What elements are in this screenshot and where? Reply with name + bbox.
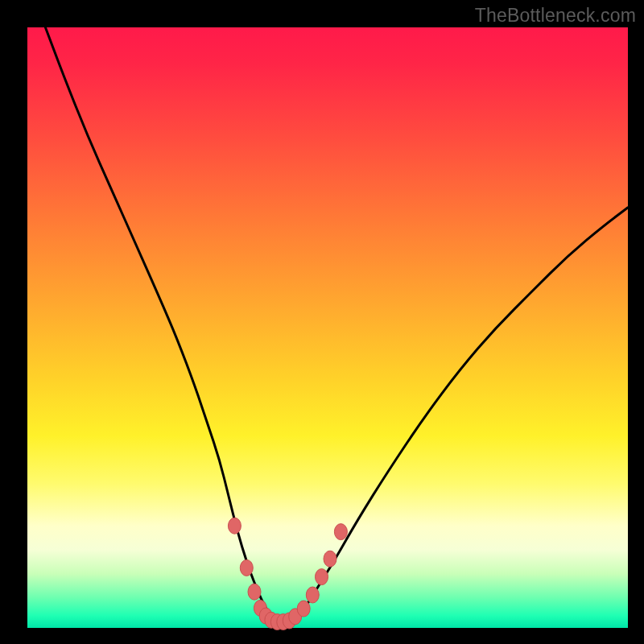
curve-dot bbox=[324, 551, 336, 567]
chart-frame: TheBottleneck.com bbox=[0, 0, 644, 644]
curve-dot bbox=[228, 518, 241, 534]
plot-area bbox=[27, 27, 628, 628]
curve-dots bbox=[228, 518, 347, 630]
curve-dot bbox=[316, 569, 328, 585]
curve-dot bbox=[334, 524, 347, 540]
curve-dot bbox=[240, 559, 253, 576]
watermark-text: TheBottleneck.com bbox=[475, 5, 636, 27]
curve-dot bbox=[306, 587, 319, 603]
curve-dot bbox=[297, 601, 310, 617]
bottleneck-curve-svg bbox=[27, 27, 628, 628]
curve-dot bbox=[248, 584, 261, 600]
